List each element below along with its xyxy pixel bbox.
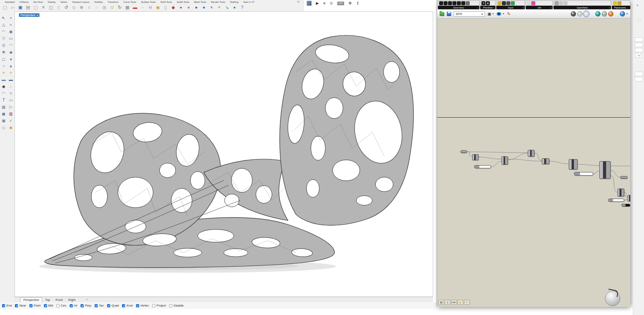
gh-node[interactable] (460, 150, 467, 153)
toolbar-icon[interactable]: ▬ (131, 4, 139, 11)
toolbar-icon[interactable]: ◉ (154, 4, 162, 11)
gh-ribbon-group-label[interactable]: Geometry + (438, 6, 479, 9)
gh-component-icon[interactable]: A (486, 1, 490, 5)
viewport-tab[interactable]: Perspective (20, 297, 42, 303)
view-orbit-ball-icon[interactable] (605, 291, 620, 306)
gh-component-icon[interactable] (527, 1, 531, 5)
sidebar-tool-icon[interactable]: • (7, 15, 14, 21)
sidebar-tool-icon[interactable]: ◆ (0, 83, 7, 90)
checkbox-icon[interactable] (44, 304, 47, 307)
toolbar-tab[interactable]: Select (58, 1, 70, 3)
toolbar-tab[interactable]: Render Tools (208, 1, 227, 3)
preview-mode-icon[interactable] (577, 11, 582, 17)
gh-node[interactable] (574, 172, 593, 176)
panel-field[interactable] (635, 77, 643, 81)
checkbox-icon[interactable] (107, 304, 110, 307)
toolbar-icon[interactable]: ◌ (93, 4, 101, 11)
sidebar-tool-icon[interactable]: ✓ (7, 117, 14, 124)
toolbar-icon[interactable]: ▢ (1, 4, 9, 11)
gh-component-icon[interactable] (497, 1, 502, 5)
gh-component-icon[interactable] (617, 1, 621, 5)
gh-node[interactable] (472, 154, 479, 160)
gh-component-icon[interactable] (531, 1, 535, 5)
sidebar-tool-icon[interactable]: ✶ (0, 69, 7, 76)
collapse-panel-icon[interactable]: » (636, 3, 638, 7)
checkbox-icon[interactable] (95, 304, 98, 307)
chevron-down-icon[interactable] (492, 13, 494, 15)
osnap-toggle[interactable]: Vertex (136, 304, 149, 307)
sidebar-tool-icon[interactable]: ≈ (7, 90, 14, 97)
gh-ribbon-group-label[interactable]: Util + (526, 6, 553, 9)
gh-ribbon-group-label[interactable]: Parametric... (612, 6, 630, 9)
sidebar-tool-icon[interactable]: ▭ (7, 35, 14, 42)
stop-icon[interactable]: ■ (323, 1, 325, 5)
gh-component-icon[interactable] (466, 1, 470, 5)
toolbar-icon[interactable]: ⊙ (108, 4, 116, 11)
osnap-toggle[interactable]: Near (15, 304, 26, 307)
gh-status-icon[interactable]: ✎ (464, 300, 470, 305)
toolbar-tab[interactable]: Transform (105, 1, 121, 3)
gh-node[interactable] (620, 176, 627, 179)
panel-field[interactable] (635, 37, 643, 42)
gh-ribbon-group-label[interactable]: OpenNest + (553, 6, 611, 9)
sidebar-tool-icon[interactable]: ▥ (7, 110, 14, 117)
sidebar-tool-icon[interactable]: ▣ (0, 117, 7, 124)
preview-eye-icon[interactable] (496, 12, 502, 16)
gh-component-icon[interactable] (559, 1, 563, 5)
preview-mode-icon[interactable] (602, 11, 607, 17)
toolbar-icon[interactable]: ✕ (39, 4, 47, 11)
off-badge[interactable]: OFF (337, 2, 344, 5)
chevron-down-icon[interactable] (626, 13, 628, 15)
zoom-focus-icon[interactable]: ▣ (487, 12, 491, 16)
panel-dropdown[interactable] (636, 53, 642, 58)
toolbar-tab[interactable]: Drafting (227, 1, 241, 3)
toolbar-tab[interactable]: Surface Tools (138, 1, 158, 3)
osnap-toggle[interactable]: Disable (169, 304, 184, 307)
checkbox-icon[interactable] (2, 304, 5, 307)
toolbar-icon[interactable]: ↘ (223, 4, 231, 11)
expand-icon[interactable]: + (522, 6, 524, 9)
viewport-tab[interactable]: Front (53, 298, 66, 302)
sidebar-tool-icon[interactable]: ◆ (7, 49, 14, 56)
toolbar-tab[interactable]: Solid Tools (158, 1, 174, 3)
osnap-toggle[interactable]: Int (70, 304, 77, 307)
checkbox-icon[interactable] (56, 304, 60, 307)
sidebar-tool-icon[interactable]: ✶ (7, 69, 14, 76)
sidebar-tool-icon[interactable]: ◼ (0, 110, 7, 117)
gh-node[interactable] (599, 161, 611, 179)
toolbar-tab[interactable]: CPlanes (17, 1, 31, 3)
viewport-title-chip[interactable]: Perspective (19, 13, 39, 17)
expand-icon[interactable]: + (609, 6, 610, 9)
sidebar-tool-icon[interactable]: T (0, 97, 7, 104)
sidebar-tool-icon[interactable]: ⊙ (0, 42, 7, 49)
toolbar-icon[interactable]: ⊖ (147, 4, 154, 11)
toolbar-icon[interactable]: ? (238, 4, 246, 11)
sidebar-tool-icon[interactable]: ≈ (7, 21, 14, 28)
osnap-toggle[interactable]: Tan (95, 304, 104, 307)
toolbar-tab[interactable]: SubD Tools (174, 1, 192, 3)
gh-status-icon[interactable]: m² (451, 300, 457, 305)
sidebar-tool-icon[interactable]: ▽ (0, 35, 7, 42)
sketch-pencil-icon[interactable]: ✎ (507, 11, 510, 17)
gh-component-icon[interactable] (439, 1, 443, 5)
toolbar-icon[interactable]: ◫ (47, 4, 55, 11)
sidebar-tool-icon[interactable]: ▭ (7, 97, 14, 104)
upload-icon[interactable]: ↥ (356, 1, 359, 5)
gh-component-icon[interactable] (461, 1, 465, 5)
toolbar-icon[interactable]: ◦ (139, 4, 147, 11)
toolbar-icon[interactable]: ▢ (32, 4, 39, 11)
toolbar-icon[interactable]: ▣ (17, 4, 24, 11)
gh-node[interactable] (542, 158, 549, 164)
screenshot-thumbnail-icon[interactable] (307, 1, 312, 6)
toolbar-icon[interactable]: ● (177, 4, 185, 11)
gh-node[interactable] (617, 189, 624, 197)
save-file-icon[interactable] (447, 12, 451, 16)
toolbar-tab[interactable]: Curve Tools (121, 1, 139, 3)
panel-field[interactable] (635, 48, 643, 52)
preview-mode-icon[interactable] (584, 11, 589, 17)
play-icon[interactable]: ▶ (316, 1, 319, 5)
toolbar-icon[interactable]: ✶ (215, 4, 223, 11)
node-link-icon[interactable]: ⊞ (330, 1, 333, 5)
toolbar-icon[interactable]: ⊕ (78, 4, 85, 11)
toolbar-tab[interactable]: Standard (2, 1, 17, 3)
